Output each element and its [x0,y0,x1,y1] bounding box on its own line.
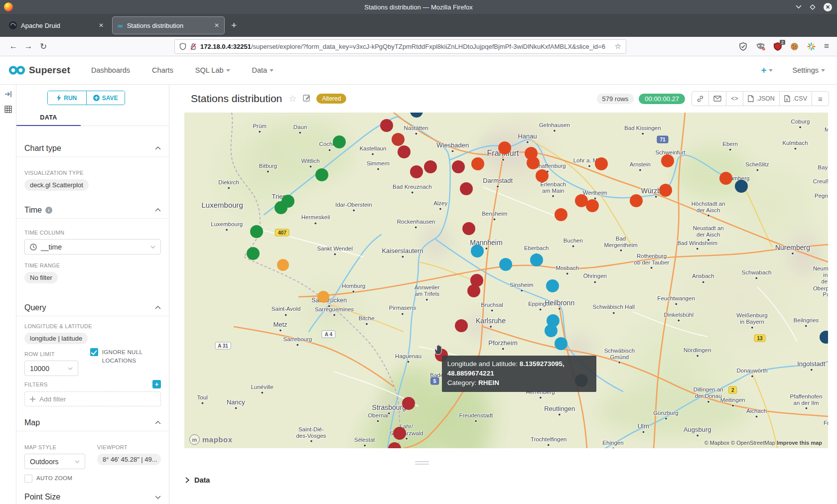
containers-icon[interactable] [807,42,816,51]
map-point[interactable] [247,247,260,260]
map-point[interactable] [392,133,405,146]
map-point[interactable] [333,135,346,148]
export-json-button[interactable]: .JSON [743,91,780,106]
map-point[interactable] [250,225,263,238]
map-canvas[interactable]: Longitude and Latitude: 8.1359273095, 48… [184,113,828,448]
map-point[interactable] [275,201,287,214]
section-chart-type[interactable]: Chart type [16,140,169,157]
export-csv-button[interactable]: .CSV [779,91,812,106]
improve-map-link[interactable]: Improve this map [777,440,822,446]
tab-stations-distribution[interactable]: ∞ Stations distribution ✕ [113,17,224,34]
map-point[interactable] [315,168,328,181]
time-range-value[interactable]: No filter [24,272,58,283]
map-point[interactable] [498,141,511,154]
add-filter-field[interactable]: Add filter [24,391,161,406]
tab-close-icon[interactable]: ✕ [99,22,104,29]
section-map[interactable]: Map [16,414,169,431]
settings-menu[interactable]: Settings [793,66,825,74]
ignore-null-checkbox[interactable] [90,348,98,356]
nav-item-charts[interactable]: Charts [152,66,173,74]
map-point[interactable] [277,259,289,271]
map-point[interactable] [499,258,512,271]
time-column-select[interactable]: __time [24,239,161,254]
map-point[interactable] [595,157,608,170]
close-icon[interactable]: ✕ [824,3,832,11]
share-link-button[interactable] [692,91,709,106]
minimize-icon[interactable] [796,5,802,9]
lonlat-value[interactable]: longitude | latitude [24,333,88,344]
viewport-value[interactable]: 8° 46' 45.28" | 49... [97,454,161,465]
tab-data[interactable]: DATA [16,114,81,121]
map-point[interactable] [530,253,543,266]
new-tab-button[interactable]: + [231,20,237,31]
map-point[interactable] [402,397,415,410]
map-point[interactable] [398,145,411,158]
expand-panel-icon[interactable] [4,91,12,98]
map-point[interactable] [455,319,468,332]
nav-item-data[interactable]: Data [252,66,274,74]
row-limit-select[interactable]: 10000 [24,361,78,376]
map-point[interactable] [536,169,549,182]
map-point[interactable] [471,245,484,257]
menu-icon[interactable]: ≡ [824,41,829,51]
maximize-icon[interactable] [810,4,816,10]
tracking-protection-icon[interactable] [739,42,747,51]
bookmark-star-icon[interactable]: ☆ [615,42,621,51]
reload-icon[interactable]: ↻ [36,41,51,52]
map-point[interactable] [410,165,423,178]
url-bar[interactable]: 172.18.0.4:32251/superset/explore/?form_… [174,39,626,54]
panel-drag-handle[interactable] [415,461,429,466]
map-point[interactable] [460,182,473,195]
map-point[interactable] [719,172,732,185]
more-options-button[interactable]: ≡ [812,91,829,106]
map-point[interactable] [471,157,484,170]
section-time[interactable]: Timei [16,202,169,219]
favorite-star-icon[interactable]: ☆ [288,93,296,104]
dataset-grid-icon[interactable] [4,106,12,113]
ublock-icon[interactable]: 2 [774,42,782,51]
map-point[interactable] [555,337,567,350]
section-query[interactable]: Query [16,299,169,316]
viz-type-value[interactable]: deck.gl Scatterplot [24,179,89,191]
map-point[interactable] [317,291,329,303]
map-point[interactable] [424,160,437,173]
cookie-icon[interactable] [790,42,799,51]
map-point[interactable] [735,180,748,193]
tab-close-icon[interactable]: ✕ [214,22,219,29]
map-point[interactable] [555,208,567,221]
forward-icon[interactable]: → [21,41,36,51]
edit-properties-icon[interactable] [303,94,311,104]
map-point[interactable] [545,324,558,337]
tab-apache-druid[interactable]: Apache Druid ✕ [4,17,109,34]
add-new-button[interactable]: + [761,65,772,76]
map-point[interactable] [546,279,559,292]
nav-item-sql-lab[interactable]: SQL Lab [195,66,230,74]
embed-code-button[interactable]: <> [726,91,743,106]
map-point[interactable] [630,194,643,207]
superset-logo[interactable]: Superset [8,65,70,76]
map-point[interactable] [462,222,475,235]
run-button[interactable]: RUN [48,91,86,105]
mapbox-logo[interactable]: m mapbox [189,434,233,445]
back-icon[interactable]: ← [6,41,21,51]
map-style-select[interactable]: Outdoors [24,454,85,469]
privacy-mask-icon[interactable] [756,43,765,50]
data-collapse-header[interactable]: Data [185,476,210,484]
add-filter-plus-button[interactable]: + [152,380,161,388]
map-point[interactable] [527,156,540,169]
url-text[interactable]: 172.18.0.4:32251/superset/explore/?form_… [200,43,611,50]
map-point[interactable] [586,199,599,212]
nav-item-dashboards[interactable]: Dashboards [91,66,130,74]
map-attribution[interactable]: © Mapbox © OpenStreetMap Improve this ma… [704,440,822,446]
auto-zoom-checkbox[interactable] [24,475,32,483]
map-point[interactable] [452,160,465,173]
map-point[interactable] [659,184,672,197]
save-button[interactable]: SAVE [86,91,125,105]
lock-insecure-icon[interactable] [190,43,197,50]
map-point[interactable] [467,284,480,297]
map-point[interactable] [380,119,393,132]
shield-icon[interactable] [179,43,186,50]
map-point[interactable] [661,154,674,167]
section-point-size[interactable]: Point Size [16,489,169,504]
map-point[interactable] [393,427,406,440]
